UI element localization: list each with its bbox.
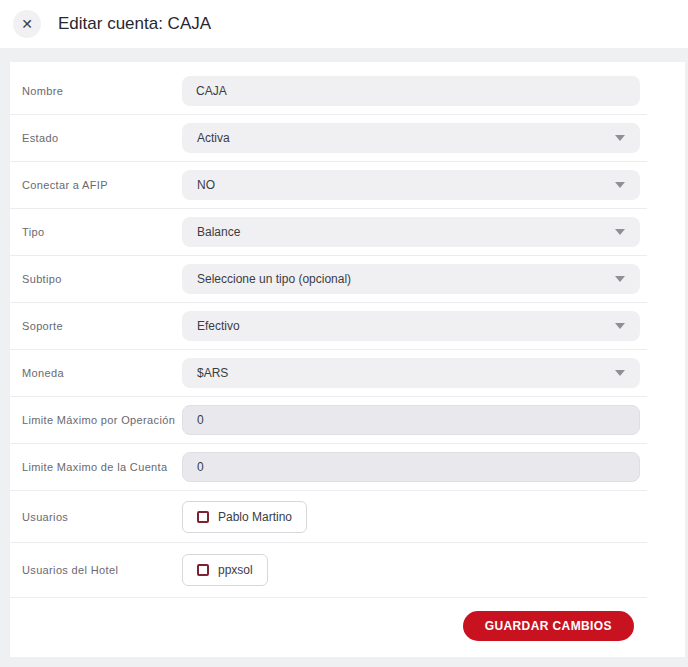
soporte-select[interactable]: Efectivo — [182, 311, 640, 341]
form-row-nombre: Nombre — [10, 68, 647, 115]
estado-select[interactable]: Activa — [182, 123, 640, 153]
form-row-limite-cuenta: Limite Maximo de la Cuenta — [10, 444, 647, 491]
checkbox-label: Pablo Martino — [218, 510, 292, 524]
chevron-down-icon — [615, 370, 625, 376]
field-label: Estado — [10, 132, 182, 144]
select-value: NO — [197, 178, 215, 192]
close-icon: ✕ — [21, 16, 33, 32]
field-label: Limite Máximo por Operación — [10, 414, 182, 426]
form-actions: GUARDAR CAMBIOS — [10, 598, 647, 657]
field-label: Tipo — [10, 226, 182, 238]
form-row-conectar-afip: Conectar a AFIP NO — [10, 162, 647, 209]
chevron-down-icon — [615, 135, 625, 141]
edit-account-form: Nombre Estado Activa Conectar a AFIP NO … — [10, 62, 685, 657]
tipo-select[interactable]: Balance — [182, 217, 640, 247]
form-row-tipo: Tipo Balance — [10, 209, 647, 256]
select-value: Seleccione un tipo (opcional) — [197, 272, 351, 286]
chevron-down-icon — [615, 229, 625, 235]
nombre-input[interactable] — [182, 76, 640, 106]
form-row-usuarios: Usuarios Pablo Martino — [10, 491, 647, 543]
field-label: Subtipo — [10, 273, 182, 285]
moneda-select[interactable]: $ARS — [182, 358, 640, 388]
usuarios-hotel-checkbox-chip[interactable]: ppxsol — [182, 554, 268, 586]
page-title: Editar cuenta: CAJA — [58, 14, 211, 34]
chevron-down-icon — [615, 182, 625, 188]
limite-cuenta-input[interactable] — [182, 452, 640, 482]
modal-header: ✕ Editar cuenta: CAJA — [0, 0, 688, 48]
form-row-estado: Estado Activa — [10, 115, 647, 162]
form-row-subtipo: Subtipo Seleccione un tipo (opcional) — [10, 256, 647, 303]
field-label: Nombre — [10, 85, 182, 97]
form-row-soporte: Soporte Efectivo — [10, 303, 647, 350]
select-value: Efectivo — [197, 319, 240, 333]
conectar-afip-select[interactable]: NO — [182, 170, 640, 200]
select-value: Activa — [197, 131, 230, 145]
field-label: Soporte — [10, 320, 182, 332]
checkbox-icon[interactable] — [197, 511, 209, 523]
chevron-down-icon — [615, 323, 625, 329]
checkbox-icon[interactable] — [197, 564, 209, 576]
chevron-down-icon — [615, 276, 625, 282]
form-row-usuarios-hotel: Usuarios del Hotel ppxsol — [10, 543, 647, 598]
field-label: Moneda — [10, 367, 182, 379]
limite-operacion-input[interactable] — [182, 405, 640, 435]
subtipo-select[interactable]: Seleccione un tipo (opcional) — [182, 264, 640, 294]
field-label: Conectar a AFIP — [10, 179, 182, 191]
select-value: $ARS — [197, 366, 228, 380]
form-row-limite-operacion: Limite Máximo por Operación — [10, 397, 647, 444]
field-label: Limite Maximo de la Cuenta — [10, 461, 182, 473]
close-button[interactable]: ✕ — [13, 10, 41, 38]
guardar-cambios-button[interactable]: GUARDAR CAMBIOS — [463, 611, 634, 641]
form-row-moneda: Moneda $ARS — [10, 350, 647, 397]
field-label: Usuarios — [10, 511, 182, 523]
usuarios-checkbox-chip[interactable]: Pablo Martino — [182, 501, 307, 533]
field-label: Usuarios del Hotel — [10, 564, 182, 576]
select-value: Balance — [197, 225, 240, 239]
checkbox-label: ppxsol — [218, 563, 253, 577]
